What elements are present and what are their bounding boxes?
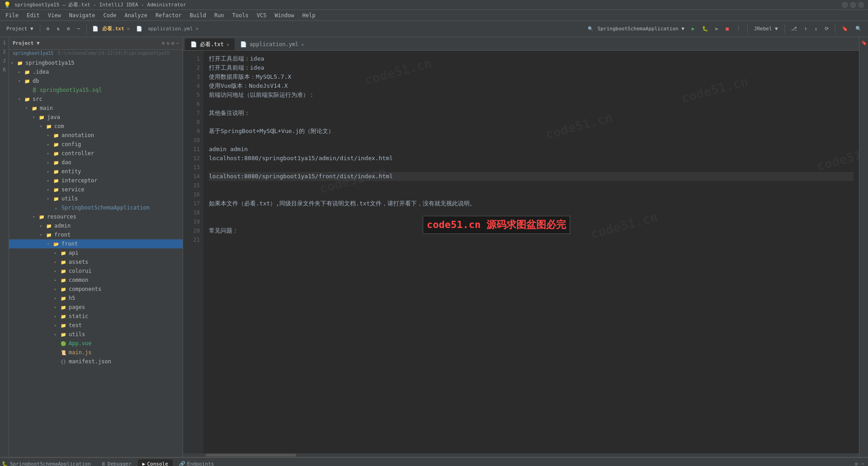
toolbar-stop[interactable]: ■ — [723, 25, 731, 33]
tree-item-interceptor[interactable]: ▸📁interceptor — [9, 176, 183, 185]
tree-item-springboot1ya15sql[interactable]: 🗄springboot1ya15.sql — [9, 86, 183, 95]
sidebar-layout-icon[interactable]: ⇅ — [166, 40, 170, 46]
sidebar-settings-icon[interactable]: ⚙ — [171, 40, 175, 46]
code-line-10[interactable] — [209, 136, 854, 145]
code-line-13[interactable] — [209, 163, 854, 172]
menu-view[interactable]: View — [44, 11, 65, 19]
tree-item-java[interactable]: ▾📁java — [9, 113, 183, 122]
menu-vcs[interactable]: VCS — [253, 11, 270, 19]
left-tool-4[interactable]: R — [1, 66, 8, 73]
tree-item-idea[interactable]: ▸📁.idea — [9, 67, 183, 76]
code-line-4[interactable]: 使用Vue版本：NodeJsV14.X — [209, 81, 854, 90]
code-line-7[interactable]: 其他备注说明： — [209, 109, 854, 118]
toolbar-git2[interactable]: ↑ — [802, 25, 810, 33]
toolbar-sync[interactable]: ⇅ — [54, 25, 62, 33]
code-line-2[interactable]: 打开工具前端：idea — [209, 63, 854, 72]
code-line-11[interactable]: admin admin — [209, 145, 854, 154]
toolbar-tab-yml[interactable]: application.yml — [148, 26, 193, 32]
tree-item-entity[interactable]: ▸📁entity — [9, 167, 183, 176]
sidebar-hide-icon[interactable]: ─ — [176, 40, 179, 46]
toolbar-run2[interactable]: ▶ — [713, 25, 722, 33]
tab-debugger[interactable]: ⏸ Debugger — [96, 459, 136, 466]
tab-application-close[interactable]: ✕ — [301, 42, 304, 47]
tree-item-SpringbootSchemaApplication[interactable]: ☕SpringbootSchemaApplication — [9, 203, 183, 212]
code-lines[interactable]: 打开工具后端：idea打开工具前端：idea使用数据库版本：MySQL5.7.X… — [203, 51, 859, 453]
tree-item-service[interactable]: ▸📁service — [9, 185, 183, 194]
jrebel-label[interactable]: JRebel ▼ — [751, 25, 781, 33]
left-tool-1[interactable]: 1 — [1, 39, 8, 46]
bottom-panel-hide[interactable]: ─ — [861, 461, 864, 466]
code-line-6[interactable] — [209, 100, 854, 109]
close-button[interactable]: ✕ — [858, 2, 864, 8]
tree-item-annotation[interactable]: ▸📁annotation — [9, 131, 183, 140]
toolbar-more[interactable]: ⋮ — [733, 25, 744, 33]
project-label[interactable]: Project ▼ — [13, 40, 40, 46]
tree-item-springboot1ya15[interactable]: ▾📁springboot1ya15 — [9, 58, 183, 67]
menu-navigate[interactable]: Navigate — [66, 11, 99, 19]
menu-code[interactable]: Code — [100, 11, 120, 19]
tree-item-config[interactable]: ▸📁config — [9, 140, 183, 149]
tree-item-colorui[interactable]: ▸📁colorui — [9, 266, 183, 276]
code-line-16[interactable] — [209, 190, 854, 199]
tree-item-front[interactable]: ▾📁front — [9, 230, 183, 239]
menu-file[interactable]: File — [2, 11, 22, 19]
toolbar-debug[interactable]: 🐛 — [699, 25, 711, 33]
maximize-button[interactable]: □ — [850, 2, 856, 8]
toolbar-find[interactable]: 🔍 — [853, 25, 864, 33]
code-line-1[interactable]: 打开工具后端：idea — [209, 54, 854, 63]
tree-item-h5[interactable]: ▸📁h5 — [9, 294, 183, 303]
tab-console[interactable]: ▶ Console — [138, 459, 173, 466]
tab-application[interactable]: 📄 application.yml ✕ — [235, 38, 309, 50]
toolbar-bookmark[interactable]: 🔖 — [839, 25, 851, 33]
toolbar-git4[interactable]: ⟳ — [822, 25, 831, 33]
code-line-15[interactable] — [209, 181, 854, 190]
tree-item-manifestjson[interactable]: {}manifest.json — [9, 357, 183, 366]
left-tool-2[interactable]: 2 — [1, 48, 8, 55]
code-line-21[interactable] — [209, 235, 854, 244]
horizontal-scrollbar[interactable] — [183, 453, 859, 457]
toolbar-settings[interactable]: ⚙ — [44, 25, 52, 33]
editor-content[interactable]: 123456789101112131415161718192021 打开工具后端… — [183, 51, 859, 453]
run-config[interactable]: SpringbootSchemaApplication ▼ — [595, 25, 687, 33]
toolbar-project[interactable]: Project ▼ — [4, 25, 36, 33]
menu-tools[interactable]: Tools — [229, 11, 252, 19]
tree-item-db[interactable]: ▾📁db — [9, 76, 183, 86]
scrollbar-thumb[interactable] — [206, 454, 296, 456]
code-line-12[interactable]: localhost:8080/springboot1ya15/admin/dis… — [209, 154, 854, 163]
right-tool-bookmark[interactable]: 🔖 — [860, 39, 868, 46]
tab-bikan[interactable]: 📄 必看.txt ✕ — [185, 38, 235, 50]
tree-item-common[interactable]: ▸📁common — [9, 276, 183, 285]
minimize-button[interactable]: ─ — [842, 2, 848, 8]
tree-item-components[interactable]: ▸📁components — [9, 285, 183, 294]
toolbar-search[interactable]: 🔍 — [588, 26, 593, 31]
toolbar-config[interactable]: ⚙ — [64, 25, 73, 33]
code-line-14[interactable]: localhost:8080/springboot1ya15/front/dis… — [209, 172, 854, 181]
code-line-17[interactable]: 如果本文件（必看.txt）,同级目录文件夹下有说明文档.txt文件，请打开看下，… — [209, 199, 854, 208]
menu-window[interactable]: Window — [271, 11, 297, 19]
tree-item-test[interactable]: ▸📁test — [9, 321, 183, 330]
toolbar-run[interactable]: ▶ — [689, 25, 698, 33]
tree-item-pages[interactable]: ▸📁pages — [9, 303, 183, 312]
toolbar-git[interactable]: ⎇ — [788, 25, 800, 33]
sidebar-gear-icon[interactable]: ⚙ — [162, 40, 165, 46]
left-tool-3[interactable]: J — [1, 57, 8, 64]
tab-bikan-close[interactable]: ✕ — [226, 42, 229, 47]
tree-item-utils[interactable]: ▸📁utils — [9, 194, 183, 203]
tree-item-utils2[interactable]: ▸📁utils — [9, 330, 183, 339]
tab-endpoints[interactable]: 🔗 Endpoints — [175, 459, 219, 466]
tree-item-dao[interactable]: ▸📁dao — [9, 158, 183, 167]
menu-analyze[interactable]: Analyze — [121, 11, 151, 19]
toolbar-tab-bikan[interactable]: 必看.txt — [102, 25, 124, 32]
menu-edit[interactable]: Edit — [23, 11, 43, 19]
toolbar-git3[interactable]: ↓ — [811, 25, 820, 33]
menu-run[interactable]: Run — [211, 11, 228, 19]
tree-item-admin[interactable]: ▸📁admin — [9, 221, 183, 230]
tree-item-AppVue[interactable]: 🟢App.vue — [9, 339, 183, 348]
tree-item-main[interactable]: ▾📁main — [9, 104, 183, 113]
tree-item-controller[interactable]: ▸📁controller — [9, 149, 183, 158]
tree-item-com[interactable]: ▾📁com — [9, 122, 183, 131]
tree-item-static[interactable]: ▸📁static — [9, 312, 183, 321]
tree-item-front_inner[interactable]: ▾📂front — [9, 239, 183, 248]
code-line-9[interactable]: 基于SpringBoot+MySQL+Vue.j的（附论文） — [209, 127, 854, 136]
bottom-panel-settings[interactable]: ⚙ — [855, 461, 858, 466]
